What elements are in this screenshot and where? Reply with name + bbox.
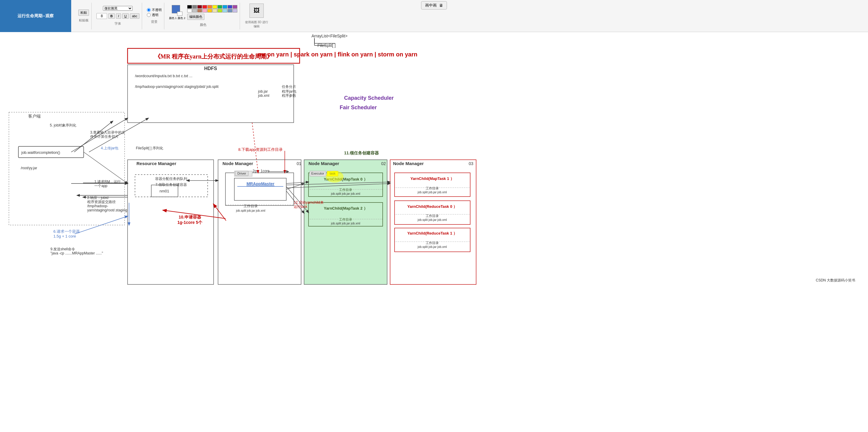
color-yellow[interactable] xyxy=(212,5,217,9)
color-label: 颜色 xyxy=(200,23,207,27)
color-salmon[interactable] xyxy=(202,9,207,12)
svg-text:FileSplit[  ]  序列化: FileSplit[ ] 序列化 xyxy=(136,146,163,150)
color-orange[interactable] xyxy=(207,5,212,9)
svg-text:task: task xyxy=(330,172,336,175)
view3d-icon[interactable]: 🖼 xyxy=(249,4,264,18)
color-red[interactable] xyxy=(202,5,207,9)
transparent-radio[interactable] xyxy=(147,13,151,17)
floating-toolbar-label: 画中画 xyxy=(425,3,437,8)
svg-text:job.split  job.jar  job.xml: job.split job.jar job.xml xyxy=(417,245,447,249)
svg-text:运行task: 运行task xyxy=(294,205,308,209)
svg-text:5. job对象序列化: 5. job对象序列化 xyxy=(50,123,76,127)
svg-text:9.发送shell命令: 9.发送shell命令 xyxy=(51,247,75,251)
svg-line-124 xyxy=(75,216,128,234)
color-gray1[interactable] xyxy=(192,5,197,9)
svg-rect-89 xyxy=(310,171,326,176)
svg-text:Node Manager: Node Manager xyxy=(393,161,424,166)
svg-text:10.申请容器: 10.申请容器 xyxy=(179,215,201,220)
color-purple[interactable] xyxy=(232,5,237,9)
svg-text:job.xml: job.xml xyxy=(258,93,269,98)
strikethrough-button[interactable]: abc xyxy=(130,13,140,19)
color-peach[interactable] xyxy=(207,9,212,12)
color-darkred[interactable] xyxy=(197,5,202,9)
color-teal[interactable] xyxy=(222,5,227,9)
svg-text:job.split  job.jar  job.xml: job.split job.jar job.xml xyxy=(331,222,360,225)
opaque-label: 不透明 xyxy=(152,8,162,12)
svg-text:8.下载app资源到工作目录: 8.下载app资源到工作目录 xyxy=(238,147,283,152)
svg-text:03: 03 xyxy=(469,161,473,166)
svg-text:job.split  job.jar  job.xml: job.split job.jar job.xml xyxy=(331,192,360,195)
opaque-option[interactable]: 不透明 xyxy=(147,8,162,12)
bold-button[interactable]: B xyxy=(108,13,115,19)
svg-text:Node Manager: Node Manager xyxy=(222,161,253,166)
floating-toolbar-button[interactable]: 🖥 xyxy=(439,3,443,8)
color-black[interactable] xyxy=(187,5,192,9)
color-periwinkle[interactable] xyxy=(227,9,232,12)
underline-button[interactable]: U xyxy=(122,13,129,19)
color-white[interactable] xyxy=(187,9,192,12)
color-lightgreen[interactable] xyxy=(217,9,222,12)
svg-rect-17 xyxy=(309,173,383,197)
svg-point-126 xyxy=(326,171,343,182)
view3d-section: 🖼 使用画图 3D 进行编辑 xyxy=(242,3,271,29)
svg-text:7.领取任务创建容器: 7.领取任务创建容器 xyxy=(155,182,187,187)
svg-text:2.响应：jobid: 2.响应：jobid xyxy=(87,196,108,200)
svg-line-32 xyxy=(74,121,113,152)
svg-text:2g + 1core: 2g + 1core xyxy=(252,169,269,173)
color-lavender[interactable] xyxy=(232,9,237,12)
svg-rect-8 xyxy=(151,185,178,197)
font-selector[interactable]: 微软雅黑 xyxy=(103,6,133,11)
svg-text:程序资源提交路径: 程序资源提交路径 xyxy=(87,200,116,204)
canvas-area: 工作目录 job.split job.jar job.xml xyxy=(0,32,868,432)
paste-button[interactable]: 粘贴 xyxy=(78,9,89,16)
font-size-input[interactable] xyxy=(96,13,107,19)
color-lightblue[interactable] xyxy=(222,9,227,12)
svg-text:job.split  job.jar  job.xml: job.split job.jar job.xml xyxy=(236,209,265,212)
svg-text:job.jar: job.jar xyxy=(258,89,268,93)
svg-rect-83 xyxy=(235,171,248,176)
color-green[interactable] xyxy=(217,5,222,9)
svg-text:件并计算任务切片: 件并计算任务切片 xyxy=(90,135,119,139)
edit-color-button[interactable]: 编辑颜色 xyxy=(187,13,205,20)
italic-button[interactable]: I xyxy=(116,13,121,19)
svg-line-119 xyxy=(286,186,309,212)
transparency-options: 不透明 透明 xyxy=(147,8,162,17)
svg-text:FileSplit[ ]: FileSplit[ ] xyxy=(317,43,336,48)
svg-text:任务分片: 任务分片 xyxy=(281,85,296,89)
svg-text:Resource Manager: Resource Manager xyxy=(136,161,176,166)
color-lightyellow[interactable] xyxy=(212,9,217,12)
svg-rect-18 xyxy=(309,202,383,226)
svg-text:HDFS: HDFS xyxy=(204,66,217,71)
svg-text:MRAppMaster: MRAppMaster xyxy=(247,181,275,186)
svg-line-34 xyxy=(286,183,304,190)
svg-line-38 xyxy=(163,210,225,219)
svg-rect-22 xyxy=(395,173,470,197)
color-brown[interactable] xyxy=(197,9,202,12)
svg-text:/tmp/hadoop-: /tmp/hadoop- xyxy=(87,204,108,208)
svg-rect-7 xyxy=(135,175,208,197)
svg-line-31 xyxy=(89,118,148,152)
color-lightgray[interactable] xyxy=(192,9,197,12)
color-blue[interactable] xyxy=(227,5,232,9)
svg-rect-6 xyxy=(128,160,214,284)
svg-text:工作目录: 工作目录 xyxy=(339,188,352,192)
svg-rect-23 xyxy=(395,201,470,225)
svg-line-125 xyxy=(214,204,226,221)
transparent-option[interactable]: 透明 xyxy=(147,13,162,17)
svg-text:工作目录: 工作目录 xyxy=(426,186,439,190)
svg-line-117 xyxy=(252,123,258,173)
svg-text:ArrayList<FileSplit>: ArrayList<FileSplit> xyxy=(311,33,347,38)
svg-text:容器分配任务的队列: 容器分配任务的队列 xyxy=(155,177,187,181)
opaque-radio[interactable] xyxy=(147,8,151,12)
color2-swatch[interactable] xyxy=(177,11,182,16)
svg-text:工作目录: 工作目录 xyxy=(339,218,352,221)
svg-text:4.上传jar包: 4.上传jar包 xyxy=(101,146,118,150)
svg-rect-2 xyxy=(128,49,300,63)
svg-text:mr on yarn |  spark  on yarn  : mr on yarn | spark on yarn | flink on ya… xyxy=(258,51,417,58)
svg-text:客户端: 客户端 xyxy=(28,114,41,118)
svg-line-35 xyxy=(286,191,304,213)
svg-text:YarnChild(ReduceTask 1 ）: YarnChild(ReduceTask 1 ） xyxy=(407,231,457,235)
svg-text:工作目录: 工作目录 xyxy=(426,214,439,218)
svg-rect-10 xyxy=(225,173,294,205)
svg-rect-12 xyxy=(235,178,286,200)
